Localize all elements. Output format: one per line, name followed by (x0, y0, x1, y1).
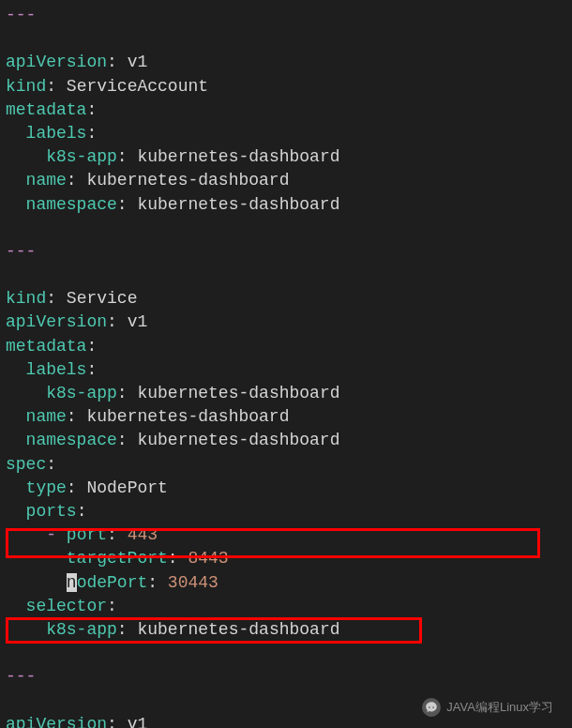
yaml-key-highlighted: odePort (77, 573, 148, 592)
watermark: JAVA编程Linux学习 (422, 698, 553, 717)
yaml-key: kind (6, 77, 46, 96)
yaml-key: name (26, 171, 67, 190)
yaml-key: apiVersion (6, 53, 107, 71)
yaml-value: v1 (117, 312, 147, 331)
yaml-value: ServiceAccount (56, 77, 208, 96)
yaml-key: name (26, 407, 67, 426)
yaml-code-block: --- apiVersion: v1 kind: ServiceAccount … (6, 4, 566, 728)
yaml-key: k8s-app (46, 384, 117, 402)
yaml-value-highlighted: NodePort (77, 478, 168, 497)
yaml-key: metadata (6, 337, 86, 356)
yaml-value: v1 (117, 715, 147, 728)
yaml-key: targetPort (67, 549, 168, 568)
yaml-value-highlighted: 30443 (158, 573, 218, 592)
yaml-key: metadata (6, 100, 86, 119)
yaml-key: apiVersion (6, 715, 107, 728)
yaml-value: 8443 (178, 549, 229, 568)
yaml-key-highlighted: type (26, 478, 67, 497)
cursor-char: n (67, 573, 77, 592)
yaml-key: spec (6, 455, 46, 474)
separator: --- (6, 667, 36, 686)
yaml-key: selector (26, 597, 107, 615)
yaml-value: kubernetes-dashboard (77, 171, 290, 190)
wechat-icon (422, 698, 441, 717)
yaml-key: apiVersion (6, 312, 107, 331)
yaml-value: kubernetes-dashboard (128, 384, 340, 402)
yaml-value: Service (56, 289, 137, 308)
yaml-value: kubernetes-dashboard (128, 620, 340, 639)
yaml-value: kubernetes-dashboard (128, 147, 340, 166)
yaml-key: labels (26, 360, 87, 379)
yaml-key: port (67, 525, 107, 544)
yaml-key: ports (26, 502, 77, 521)
yaml-value: kubernetes-dashboard (128, 431, 340, 449)
separator: --- (6, 242, 36, 261)
yaml-value: v1 (117, 53, 147, 71)
yaml-key: k8s-app (46, 620, 117, 639)
separator: --- (6, 6, 36, 24)
yaml-key: k8s-app (46, 147, 117, 166)
yaml-value: kubernetes-dashboard (77, 407, 290, 426)
yaml-key: kind (6, 289, 46, 308)
yaml-key: namespace (26, 431, 117, 449)
yaml-dash: - (46, 525, 67, 544)
watermark-text: JAVA编程Linux学习 (446, 699, 553, 716)
yaml-key: labels (26, 124, 87, 143)
yaml-value: kubernetes-dashboard (128, 195, 340, 214)
yaml-key: namespace (26, 195, 117, 214)
yaml-value: 443 (117, 525, 158, 544)
